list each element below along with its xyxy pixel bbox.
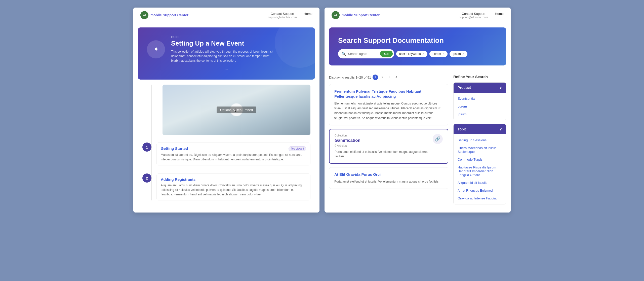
right-nav-home[interactable]: Home [495,12,504,16]
refine-items-topic: Setting up Sessions Libero Maecenas sit … [454,134,506,204]
refine-header-product[interactable]: Product ∨ [454,83,506,93]
timeline-item-desc-1: Massa dui ut laoreet eu. Dignissim eu al… [161,153,306,162]
timeline-line [151,85,152,200]
top-viewed-badge: Top Viewed [289,146,306,151]
timeline-num-1: 1 [142,143,151,152]
timeline-item-desc-2: Aliquam arcu arcu nunc diam ornare dolor… [161,183,306,197]
search-bar-row: 🔍 Go user's keywords × Lorem × Ipsum × [338,49,497,58]
tag-chip-2: Ipsum × [450,51,467,57]
search-hero-title: Search Support Documentation [338,37,497,45]
collection-desc: Porta amet eleifend ut et iaculis. Vel e… [335,150,433,159]
guide-chevron[interactable]: ⌄ [147,66,306,72]
refine-sidebar: Refine Your Search Product ∨ Eventsentia… [453,75,506,208]
refine-item-commodo[interactable]: Commodo Turpis [454,156,506,163]
search-icon: 🔍 [342,52,346,56]
collection-info: Collection: Gamification 9 Articles Port… [335,134,433,159]
guide-hero: ✦ GUIDE: Setting Up a New Event This col… [138,27,315,80]
page-1[interactable]: 1 [373,75,378,80]
left-header: rd mobile Support Center Contact Support… [133,8,319,23]
result-card-0: Fermentum Pulvinar Tristique Faucibus Ha… [329,84,448,125]
refine-item-sessions[interactable]: Setting up Sessions [454,136,506,144]
tag-remove-0[interactable]: × [422,52,424,56]
left-panel: rd mobile Support Center Contact Support… [133,8,319,213]
refine-title: Refine Your Search [453,75,506,79]
refine-item-libero[interactable]: Libero Maecenas sit Purus Scelerisque [454,144,506,156]
timeline-item-2: 2 Adding Registrants Aliquam arcu arcu n… [142,171,310,200]
tag-remove-2[interactable]: × [462,52,464,56]
display-count: Displaying results 1–20 of 91 [329,76,371,79]
left-logo-text: mobile Support Center [150,13,188,17]
link-icon: 🔗 [435,136,440,142]
refine-label-product: Product [458,86,471,90]
left-logo-area: rd mobile Support Center [140,11,188,19]
results-list: Displaying results 1–20 of 91 1 2 3 4 5 … [329,75,448,208]
page-4[interactable]: 4 [394,75,399,80]
panels-container: rd mobile Support Center Contact Support… [133,8,511,213]
page-2[interactable]: 2 [380,75,385,80]
refine-header-topic[interactable]: Topic ∨ [454,124,506,134]
result-card-2: At Elit Gravida Purus Orci Porta amet el… [329,167,448,189]
sparkle-icon: ✦ [153,45,159,53]
right-logo-area: rd mobile Support Center [332,11,380,19]
collection-card: Collection: Gamification 9 Articles Port… [329,129,448,164]
refine-item-aliquam[interactable]: Aliquam id sit Iaculis [454,179,506,187]
right-logo-text: mobile Support Center [342,13,380,17]
collection-count: 9 Articles [335,144,433,148]
left-logo-circle: rd [140,11,148,19]
search-input[interactable] [348,52,378,56]
left-nav-contact[interactable]: Contact Support support@rdmobile.com [268,12,297,19]
chevron-down-icon-topic: ∨ [499,127,502,131]
guide-label: GUIDE: [171,36,277,39]
timeline-content-2: Adding Registrants Aliquam arcu arcu nun… [156,173,310,200]
timeline-item-title-2[interactable]: Adding Registrants [161,177,195,182]
timeline-num-2: 2 [142,173,151,183]
guide-hero-inner: ✦ GUIDE: Setting Up a New Event This col… [147,36,306,63]
guide-text: GUIDE: Setting Up a New Event This colle… [171,36,277,63]
right-nav-contact[interactable]: Contact Support support@rdmobile.com [459,12,488,19]
refine-item-ipsum[interactable]: Ipsum [454,110,506,118]
result-desc-2: Porta amet eleifend ut et iaculis. Vel e… [334,179,443,184]
guide-description: This collection of articles will step yo… [171,49,277,63]
chevron-down-icon: ∨ [499,86,502,90]
results-info-row: Displaying results 1–20 of 91 1 2 3 4 5 [329,75,448,80]
tag-chip-0: user's keywords × [396,51,427,57]
timeline-section: ▶ ▶ Optional Video Embed 1 Getting Start… [133,85,319,200]
tag-chip-1: Lorem × [429,51,448,57]
page-3[interactable]: 3 [387,75,392,80]
timeline-item-header-1: Getting Started Top Viewed [161,146,306,151]
search-hero: Search Support Documentation 🔍 Go user's… [329,27,506,65]
collection-label: Collection: [335,134,433,137]
timeline-item-title-1[interactable]: Getting Started [161,146,188,151]
refine-item-amet[interactable]: Amet Rhoncus Euismod [454,187,506,194]
left-nav-home[interactable]: Home [304,12,312,16]
guide-title: Setting Up a New Event [171,40,277,47]
result-title-0[interactable]: Fermentum Pulvinar Tristique Faucibus Ha… [334,89,443,99]
timeline-content-1: Getting Started Top Viewed Massa dui ut … [156,143,310,165]
refine-item-habitasse[interactable]: Habitasse Risus dis Ipsum Hendrerit Impe… [454,163,506,179]
timeline-item-header-2: Adding Registrants [161,177,306,182]
collection-title[interactable]: Gamification [335,138,433,143]
right-header: rd mobile Support Center Contact Support… [325,8,511,23]
left-nav-links: Contact Support support@rdmobile.com Hom… [268,12,312,19]
tag-remove-1[interactable]: × [442,52,445,56]
refine-section-topic: Topic ∨ Setting up Sessions Libero Maece… [453,124,506,204]
video-embed[interactable]: ▶ Optional Video Embed [163,85,310,135]
page-5[interactable]: 5 [401,75,406,80]
results-main: Displaying results 1–20 of 91 1 2 3 4 5 … [325,70,511,213]
search-input-wrap: 🔍 Go [338,49,394,58]
refine-label-topic: Topic [458,127,467,131]
video-embed-container: ▶ ▶ Optional Video Embed [163,85,310,135]
refine-item-lorem[interactable]: Lorem [454,102,506,110]
right-logo-circle: rd [332,11,340,19]
right-nav-links: Contact Support support@rdmobile.com Hom… [459,12,504,19]
result-desc-0: Elementum felis non sit justo at quis te… [334,101,443,121]
refine-item-gravida[interactable]: Gravida ac Intense Fauciat [454,194,506,202]
video-label: Optional Video Embed [217,107,256,113]
timeline-item-1: 1 Getting Started Top Viewed Massa dui u… [142,140,310,165]
refine-item-eventsential[interactable]: Eventsential [454,95,506,102]
search-go-button[interactable]: Go [380,51,393,57]
collection-icon: 🔗 [433,134,443,144]
refine-items-product: Eventsential Lorem Ipsum [454,93,506,120]
right-panel: rd mobile Support Center Contact Support… [325,8,511,213]
result-title-2[interactable]: At Elit Gravida Purus Orci [334,172,443,177]
